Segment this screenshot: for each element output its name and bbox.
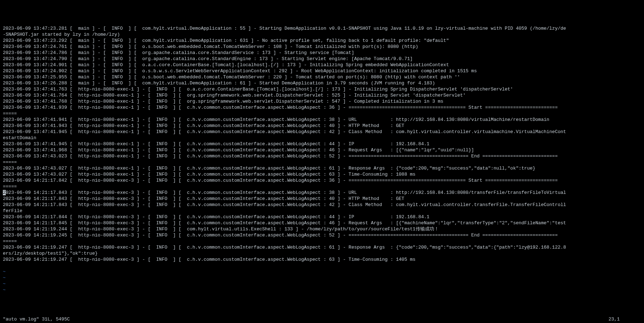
log-line: ===== [3, 183, 641, 190]
log-line: 2023-06-09 14:21:19.244 [ http-nio-8080-… [3, 226, 641, 232]
log-line: ===== [3, 159, 641, 165]
terminal-log-output[interactable]: 2023-06-09 13:47:23.281 [ main ] - [ INF… [3, 25, 641, 263]
vim-status-bar: "auto vm.log" 31L, 5495C 23,1 [3, 316, 641, 322]
log-line: -SNAPSHOT.jar started by lzy in /home/lz… [3, 31, 641, 38]
log-line: 2023-06-09 13:47:41.943 [ http-nio-8080-… [3, 123, 641, 129]
log-line: 2023-06-09 14:21:17.843 [ http-nio-8080-… [3, 190, 641, 196]
log-line: ers/lzy/desktop/test1"},"ok":true} [3, 250, 641, 256]
log-line: 2023-06-09 13:47:41.939 [ http-nio-8080-… [3, 104, 641, 111]
log-line: 2023-06-09 13:47:23.292 [ main ] - [ INF… [3, 38, 641, 44]
log-line: 2023-06-09 13:47:24.790 [ main ] - [ INF… [3, 56, 641, 62]
log-line: 2023-06-09 14:21:17.843 [ http-nio-8080-… [3, 196, 641, 202]
log-line: 2023-06-09 13:47:41.945 [ http-nio-8080-… [3, 141, 641, 147]
vim-empty-line: ~ [3, 287, 641, 293]
log-line: 2023-06-09 13:47:41.941 [ http-nio-8080-… [3, 117, 641, 123]
log-line: 2023-06-09 13:47:41.945 [ http-nio-8080-… [3, 129, 641, 135]
log-line: 2023-06-09 14:21:19.245 [ http-nio-8080-… [3, 232, 641, 238]
log-line: 2023-06-09 14:21:19.247 [ http-nio-8080-… [3, 256, 641, 263]
vim-empty-line: ~ [3, 281, 641, 287]
log-line: 2023-06-09 13:47:24.786 [ main ] - [ INF… [3, 50, 641, 56]
log-line: 2023-06-09 14:21:17.844 [ http-nio-8080-… [3, 214, 641, 220]
log-line: estartDomain [3, 135, 641, 141]
file-status-message: "auto vm.log" 31L, 5495C [3, 316, 70, 322]
log-line: 2023-06-09 14:21:19.247 [ http-nio-8080-… [3, 244, 641, 250]
empty-lines: ~~~~ [3, 269, 641, 293]
log-line: 2023-06-09 13:47:43.027 [ http-nio-8080-… [3, 171, 641, 177]
log-line: 2023-06-09 13:47:23.281 [ main ] - [ INF… [3, 25, 641, 31]
log-line: 2023-06-09 13:47:41.968 [ http-nio-8080-… [3, 147, 641, 153]
log-line: 2023-06-09 13:47:43.023 [ http-nio-8080-… [3, 153, 641, 159]
log-line: 2023-06-09 13:47:43.027 [ http-nio-8080-… [3, 165, 641, 171]
log-line: ===== [3, 111, 641, 117]
cursor-position: 23,1 [609, 316, 620, 322]
vim-empty-line: ~ [3, 275, 641, 281]
log-line: 2023-06-09 13:47:41.768 [ http-nio-8080-… [3, 98, 641, 104]
log-line: 2023-06-09 13:47:41.763 [ http-nio-8080-… [3, 86, 641, 92]
log-line: 2023-06-09 13:47:41.764 [ http-nio-8080-… [3, 92, 641, 98]
log-line: 2023-06-09 14:21:17.842 [ http-nio-8080-… [3, 177, 641, 183]
log-line: 2023-06-09 14:21:17.843 [ http-nio-8080-… [3, 202, 641, 208]
log-line: ===== [3, 238, 641, 244]
log-line: 2023-06-09 13:47:24.901 [ main ] - [ INF… [3, 62, 641, 68]
log-line: 2023-06-09 13:47:24.902 [ main ] - [ INF… [3, 68, 641, 74]
log-line: 2023-06-09 13:47:25.955 [ main ] - [ INF… [3, 74, 641, 80]
log-line: 2023-06-09 13:47:24.761 [ main ] - [ INF… [3, 44, 641, 50]
log-line: 2023-06-09 14:21:17.845 [ http-nio-8080-… [3, 220, 641, 226]
vim-empty-line: ~ [3, 269, 641, 275]
log-line: 2023-06-09 13:47:26.288 [ main ] - [ INF… [3, 80, 641, 86]
log-line: ferFile [3, 208, 641, 214]
